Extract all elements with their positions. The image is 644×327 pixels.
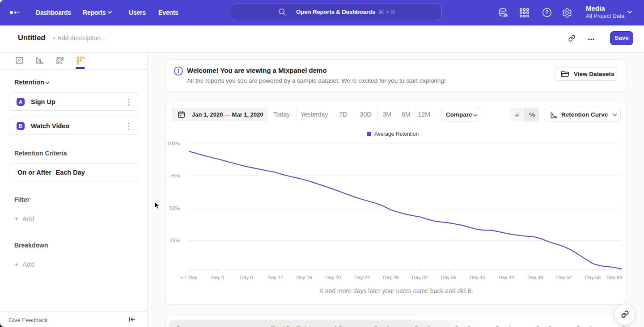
svg-text:Day 12: Day 12 <box>267 275 283 280</box>
svg-text:Day 56: Day 56 <box>585 275 601 280</box>
svg-text:Day 48: Day 48 <box>527 275 543 280</box>
svg-text:Day 36: Day 36 <box>441 275 457 280</box>
svg-text:< 1 Day: < 1 Day <box>180 275 198 280</box>
svg-text:Day 20: Day 20 <box>325 275 341 280</box>
svg-text:25%: 25% <box>170 238 180 243</box>
svg-text:Day 16: Day 16 <box>297 275 312 280</box>
svg-text:?: ? <box>545 9 549 16</box>
svg-text:Day 4: Day 4 <box>211 275 224 280</box>
svg-text:100%: 100% <box>167 141 180 146</box>
svg-text:Day 32: Day 32 <box>412 275 428 280</box>
svg-text:75%: 75% <box>170 173 180 178</box>
svg-text:Day 60: Day 60 <box>606 275 622 280</box>
svg-text:Day 52: Day 52 <box>556 275 572 280</box>
svg-text:Day 8: Day 8 <box>240 275 253 280</box>
svg-text:Day 40: Day 40 <box>470 275 485 280</box>
svg-text:50%: 50% <box>170 205 180 211</box>
svg-text:Day 24: Day 24 <box>354 275 370 280</box>
svg-text:Day 28: Day 28 <box>383 275 398 280</box>
svg-text:Day 44: Day 44 <box>499 275 514 280</box>
